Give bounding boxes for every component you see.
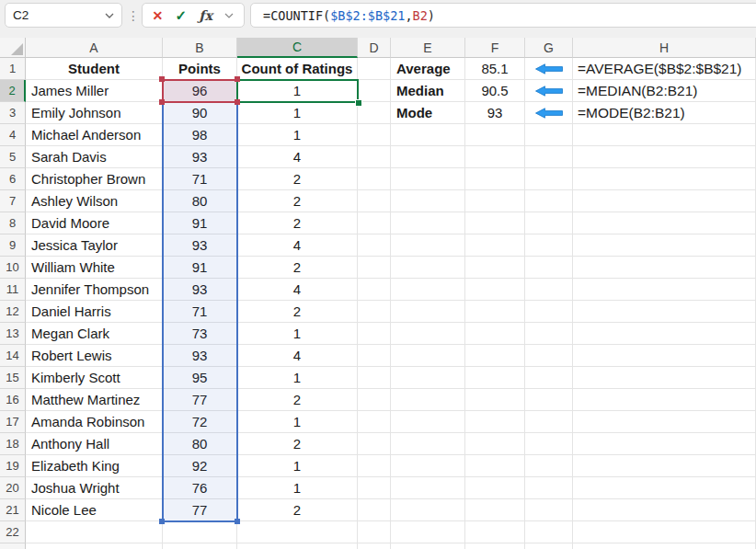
cell-B1[interactable]: Points xyxy=(163,58,237,80)
row-header-3[interactable]: 3 xyxy=(0,102,26,124)
row-header-17[interactable]: 17 xyxy=(0,411,26,433)
cell-E23[interactable] xyxy=(391,543,465,549)
cell-D16[interactable] xyxy=(358,389,391,411)
cell-B17[interactable]: 72 xyxy=(163,411,237,433)
row-header-13[interactable]: 13 xyxy=(0,323,26,345)
cell-H2[interactable]: =MEDIAN(B2:B21) xyxy=(573,80,756,102)
cell-G6[interactable] xyxy=(525,168,573,190)
cell-C5[interactable]: 4 xyxy=(237,146,358,168)
row-header-21[interactable]: 21 xyxy=(0,499,26,521)
cell-D6[interactable] xyxy=(358,168,391,190)
left-arrow-icon[interactable] xyxy=(535,108,563,119)
cell-F7[interactable] xyxy=(465,190,525,212)
cell-B13[interactable]: 73 xyxy=(163,323,237,345)
cell-F15[interactable] xyxy=(465,367,525,389)
cell-G8[interactable] xyxy=(525,212,573,234)
cell-A21[interactable]: Nicole Lee xyxy=(26,499,163,521)
cell-A4[interactable]: Michael Anderson xyxy=(26,124,163,146)
cell-E19[interactable] xyxy=(391,455,465,477)
cell-H19[interactable] xyxy=(573,455,756,477)
cell-E7[interactable] xyxy=(391,190,465,212)
cell-C7[interactable]: 2 xyxy=(237,190,358,212)
cell-C8[interactable]: 2 xyxy=(237,212,358,234)
cell-F16[interactable] xyxy=(465,389,525,411)
row-header-9[interactable]: 9 xyxy=(0,234,26,257)
cell-H14[interactable] xyxy=(573,345,756,367)
cancel-icon[interactable]: ✕ xyxy=(153,8,164,23)
cell-E21[interactable] xyxy=(391,499,465,521)
cell-A7[interactable]: Ashley Wilson xyxy=(26,190,163,212)
row-header-5[interactable]: 5 xyxy=(0,146,26,168)
cell-E22[interactable] xyxy=(391,521,465,543)
cell-B11[interactable]: 93 xyxy=(163,279,237,301)
cell-A14[interactable]: Robert Lewis xyxy=(26,345,163,367)
cell-H16[interactable] xyxy=(573,389,756,411)
cell-H17[interactable] xyxy=(573,411,756,433)
column-header-B[interactable]: B xyxy=(163,38,237,58)
cell-C4[interactable]: 1 xyxy=(237,124,358,146)
cell-F18[interactable] xyxy=(465,433,525,455)
row-header-11[interactable]: 11 xyxy=(0,279,26,301)
row-header-7[interactable]: 7 xyxy=(0,190,26,212)
chevron-down-icon[interactable] xyxy=(224,13,234,18)
chevron-down-icon[interactable] xyxy=(105,13,114,18)
cell-G3[interactable] xyxy=(525,102,573,124)
cell-C12[interactable]: 2 xyxy=(237,301,358,323)
cell-A15[interactable]: Kimberly Scott xyxy=(26,367,163,389)
cell-D12[interactable] xyxy=(358,301,391,323)
cell-B10[interactable]: 91 xyxy=(163,257,237,279)
row-header-18[interactable]: 18 xyxy=(0,433,26,455)
cell-E17[interactable] xyxy=(391,411,465,433)
column-header-A[interactable]: A xyxy=(26,38,163,58)
row-header-10[interactable]: 10 xyxy=(0,257,26,279)
row-header-20[interactable]: 20 xyxy=(0,477,26,499)
cell-C1[interactable]: Count of Ratings xyxy=(237,58,358,80)
column-header-G[interactable]: G xyxy=(525,38,573,58)
left-arrow-icon[interactable] xyxy=(535,63,563,74)
cell-A11[interactable]: Jennifer Thompson xyxy=(26,279,163,301)
cell-E4[interactable] xyxy=(391,124,465,146)
cell-H9[interactable] xyxy=(573,234,756,257)
cell-B20[interactable]: 76 xyxy=(163,477,237,499)
cell-A10[interactable]: William White xyxy=(26,257,163,279)
cell-F3[interactable]: 93 xyxy=(465,102,525,124)
cell-E13[interactable] xyxy=(391,323,465,345)
cell-F4[interactable] xyxy=(465,124,525,146)
cell-H11[interactable] xyxy=(573,279,756,301)
cell-G2[interactable] xyxy=(525,80,573,102)
column-header-C[interactable]: C xyxy=(237,38,358,58)
column-header-E[interactable]: E xyxy=(391,38,465,58)
insert-function-icon[interactable]: ƒx xyxy=(199,7,212,23)
cell-E2[interactable]: Median xyxy=(391,80,465,102)
cell-G21[interactable] xyxy=(525,499,573,521)
cell-D13[interactable] xyxy=(358,323,391,345)
cell-H10[interactable] xyxy=(573,257,756,279)
cell-D3[interactable] xyxy=(358,102,391,124)
cell-A20[interactable]: Joshua Wright xyxy=(26,477,163,499)
cell-D5[interactable] xyxy=(358,146,391,168)
cell-D4[interactable] xyxy=(358,124,391,146)
cell-D11[interactable] xyxy=(358,279,391,301)
cell-A1[interactable]: Student xyxy=(26,58,163,80)
cell-B19[interactable]: 92 xyxy=(163,455,237,477)
cell-B4[interactable]: 98 xyxy=(163,124,237,146)
cell-B7[interactable]: 80 xyxy=(163,190,237,212)
row-header-1[interactable]: 1 xyxy=(0,58,26,80)
cell-H1[interactable]: =AVERAGE($B$2:$B$21) xyxy=(573,58,756,80)
cell-F17[interactable] xyxy=(465,411,525,433)
enter-icon[interactable]: ✓ xyxy=(176,7,188,24)
cell-A8[interactable]: David Moore xyxy=(26,212,163,234)
row-header-16[interactable]: 16 xyxy=(0,389,26,411)
cell-E11[interactable] xyxy=(391,279,465,301)
cell-F21[interactable] xyxy=(465,499,525,521)
cell-E1[interactable]: Average xyxy=(391,58,465,80)
cell-F11[interactable] xyxy=(465,279,525,301)
cell-C17[interactable]: 1 xyxy=(237,411,358,433)
cell-B22[interactable] xyxy=(163,521,237,543)
cell-E6[interactable] xyxy=(391,168,465,190)
cell-F22[interactable] xyxy=(465,521,525,543)
cell-B23[interactable] xyxy=(163,543,237,549)
row-header-15[interactable]: 15 xyxy=(0,367,26,389)
cell-G15[interactable] xyxy=(525,367,573,389)
cell-C16[interactable]: 2 xyxy=(237,389,358,411)
